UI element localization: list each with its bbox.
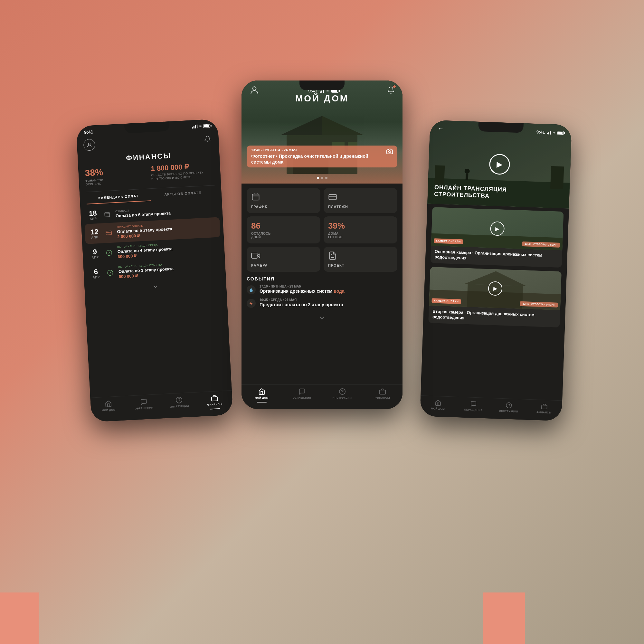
- btn-grafik[interactable]: ГРАФИК: [247, 188, 320, 213]
- nav-help-center[interactable]: ИНСТРУКЦИИ: [322, 388, 362, 403]
- video-item-2[interactable]: ▶ КАМЕРА ОНЛАЙН 13:40 · СУББОТА · 24 МАЯ…: [428, 267, 562, 327]
- payment-info-4: ВЫПОЛНЕНО · 17:10 · СУББОТА Оплата по 3 …: [118, 260, 219, 279]
- platezhi-label: ПЛАТЕЖИ: [328, 205, 348, 209]
- svg-rect-25: [329, 194, 336, 200]
- video-thumb-2: ▶ КАМЕРА ОНЛАЙН 13:40 · СУББОТА · 24 МАЯ: [429, 267, 562, 310]
- svg-marker-30: [250, 301, 253, 305]
- video-title-2: Вторая камера · Организация дренажных си…: [432, 309, 556, 324]
- date-18-apr: 18 АПР: [87, 210, 99, 221]
- svg-marker-13: [280, 116, 322, 135]
- date-12-apr: 12 АПР: [89, 228, 101, 239]
- battery-left: [203, 124, 210, 128]
- corner-decoration-br: [483, 592, 525, 644]
- svg-line-6: [106, 232, 111, 232]
- status-icons-left: ≈: [192, 123, 210, 129]
- camera-label: КАМЕРА: [251, 263, 268, 267]
- nav-help-left[interactable]: ИНСТРУКЦИИ: [161, 396, 197, 412]
- photo-report-bar[interactable]: 13:40 • СУББОТА • 24 МАЯ Фотоотчет • Про…: [247, 146, 397, 167]
- nav-home-left[interactable]: МОЙ ДОМ: [90, 399, 127, 416]
- video-badge-2: КАМЕРА ОНЛАЙН: [431, 298, 461, 304]
- project-icon: [328, 251, 345, 261]
- nav-messages-right[interactable]: ОБРАЩЕНИЯ: [456, 400, 491, 412]
- dot-3: [325, 177, 327, 179]
- svg-rect-5: [106, 231, 111, 235]
- event-1-time: 17:10 • ПЯТНИЦА • 23 МАЯ: [260, 285, 345, 288]
- payment-info-2: ОЖИДАЕТ ОПЛАТЫ Оплата по 5 этапу проекта…: [117, 221, 217, 239]
- moy-dom-screen: 9:41 ≈: [241, 81, 403, 409]
- event-icon-water: [247, 285, 256, 294]
- bar1: [192, 127, 193, 128]
- wifi-right: ≈: [553, 130, 555, 134]
- btn-camera[interactable]: КАМЕРА: [247, 247, 320, 272]
- nav-finances-right[interactable]: ФИНАНСЫ: [526, 403, 562, 415]
- event-2-title: Предстоит оплата по 2 этапу проекта: [260, 302, 343, 308]
- svg-line-2: [105, 213, 109, 214]
- payment-info-1: ОЖИДАЕТ Оплата по 6 этапу проекта: [115, 204, 216, 218]
- svg-rect-11: [212, 397, 218, 401]
- time-right: 9:41: [536, 129, 545, 135]
- svg-rect-1: [105, 212, 110, 217]
- payment-list: 18 АПР ОЖИДАЕТ Оплата по 6 этапу проекта: [80, 197, 232, 398]
- nav-help-right[interactable]: ИНСТРУКЦИИ: [491, 402, 527, 413]
- project-label: ПРОЕКТ: [328, 263, 345, 267]
- event-2[interactable]: 10:35 • СРЕДА • 21 МАЯ Предстоит оплата …: [247, 298, 397, 308]
- camera-icon-report: [386, 148, 393, 156]
- dot-1: [317, 177, 319, 179]
- event-1-title: Организация дренажных систем вода: [260, 288, 345, 294]
- nav-finances-center[interactable]: ФИНАНСЫ: [362, 388, 403, 403]
- user-avatar-left[interactable]: [83, 139, 95, 151]
- notch-center: [299, 81, 345, 90]
- video-badge-1: КАМЕРА ОНЛАЙН: [434, 238, 463, 244]
- bar4: [197, 124, 198, 128]
- date-6-apr: 6 АПР: [90, 268, 102, 279]
- nav-home-center[interactable]: МОЙ ДОМ: [241, 388, 282, 403]
- bell-icon-left[interactable]: [203, 134, 212, 143]
- video-item-1[interactable]: ▶ КАМЕРА ОНЛАЙН 13:40 · СУББОТА · 24 МАЯ…: [431, 207, 564, 268]
- nav-messages-center[interactable]: ОБРАЩЕНИЯ: [282, 388, 322, 403]
- svg-point-19: [253, 87, 256, 90]
- grafik-label: ГРАФИК: [251, 205, 267, 209]
- progress-label: ДОМАГОТОВО: [328, 232, 345, 239]
- corner-decoration-bl: [0, 592, 39, 644]
- center-header: 9:41 ≈: [241, 81, 403, 184]
- btn-progress[interactable]: 39% ДОМАГОТОВО: [324, 216, 397, 243]
- dashboard-grid: ГРАФИК ПЛАТЕЖИ: [241, 184, 403, 276]
- phones-container: 9:41 ≈: [64, 81, 580, 563]
- battery-fill-left: [204, 125, 209, 127]
- nav-home-right[interactable]: МОЙ ДОМ: [420, 399, 456, 411]
- grafik-icon: [251, 193, 267, 203]
- battery-right: [557, 131, 564, 135]
- svg-rect-33: [379, 390, 385, 394]
- event-2-time: 10:35 • СРЕДА • 21 МАЯ: [260, 298, 343, 302]
- back-arrow[interactable]: ←: [438, 125, 444, 132]
- video-title-1: Основная камера · Организация дренажных …: [434, 249, 558, 264]
- notch-right: [478, 122, 524, 133]
- svg-rect-21: [252, 194, 259, 200]
- time-left: 9:41: [84, 129, 93, 135]
- chevron-down-center[interactable]: [247, 312, 397, 325]
- stat-amount: 1 800 000 ₽ СРЕДСТВ ВНЕСЕНО ПО ПРОЕКТУИЗ…: [151, 162, 214, 183]
- payment-icon-4: [105, 268, 115, 278]
- btn-days[interactable]: 86 ОСТАЛОСЬДНЕЙ: [247, 216, 320, 243]
- svg-marker-14: [322, 116, 364, 135]
- stat-percent: 38% ФИНАНСОВОСВОЕНО: [85, 165, 148, 187]
- svg-rect-48: [542, 405, 547, 409]
- btn-platezhi[interactable]: ПЛАТЕЖИ: [324, 188, 397, 213]
- days-label: ОСТАЛОСЬДНЕЙ: [251, 232, 271, 239]
- svg-point-20: [389, 150, 391, 153]
- nav-finances-left[interactable]: ФИНАНСЫ: [197, 394, 233, 410]
- slider-dots: [241, 177, 403, 179]
- svg-point-0: [88, 143, 90, 145]
- photo-report-title: Фотоотчет • Прокладка очистительной и др…: [251, 153, 386, 165]
- photo-report-time: 13:40 • СУББОТА • 24 МАЯ: [251, 148, 386, 152]
- center-title: МОЙ ДОМ: [241, 93, 403, 104]
- event-1[interactable]: 17:10 • ПЯТНИЦА • 23 МАЯ Организация дре…: [247, 285, 397, 294]
- btn-project[interactable]: ПРОЕКТ: [324, 247, 397, 272]
- wifi-icon-left: ≈: [199, 124, 202, 128]
- video-thumb-1: ▶ КАМЕРА ОНЛАЙН 13:40 · СУББОТА · 24 МАЯ: [431, 207, 564, 250]
- date-9-apr: 9 АПР: [89, 248, 101, 259]
- event-icon-bolt: [247, 299, 256, 308]
- nav-messages-left[interactable]: ОБРАЩЕНИЯ: [126, 397, 162, 414]
- photo-report-content: 13:40 • СУББОТА • 24 МАЯ Фотоотчет • Про…: [251, 148, 386, 165]
- phone-broadcast: ▶ ← 9:41 ≈: [420, 120, 572, 421]
